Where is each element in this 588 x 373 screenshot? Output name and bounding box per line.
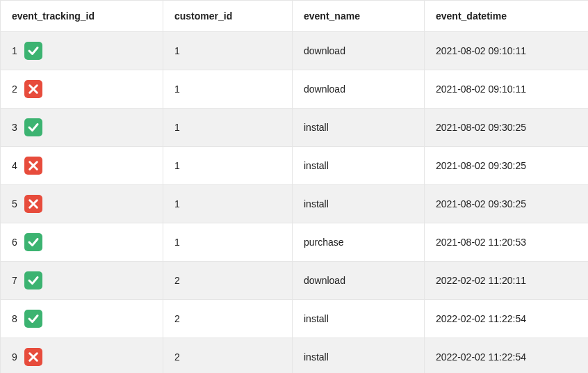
cell-event-name: download (293, 32, 425, 70)
cell-event-datetime: 2021-08-02 11:20:53 (425, 223, 589, 262)
cell-event-datetime: 2022-02-02 11:22:54 (425, 300, 589, 338)
event-tracking-id-value: 5 (12, 198, 17, 209)
cell-event-name: install (293, 300, 425, 338)
cell-customer-id: 2 (163, 338, 293, 374)
check-icon (24, 42, 42, 60)
cell-event-name: purchase (293, 223, 425, 262)
table-row: 72download2022-02-02 11:20:11 (1, 262, 589, 300)
event-tracking-id-value: 6 (12, 237, 17, 248)
table-row: 51install2021-08-02 09:30:25 (1, 185, 589, 223)
table-header-row: event_tracking_id customer_id event_name… (1, 1, 589, 32)
cell-event-tracking-id: 1 (1, 32, 163, 70)
cell-customer-id: 1 (163, 223, 293, 262)
cell-customer-id: 1 (163, 32, 293, 70)
check-icon (24, 271, 42, 289)
event-tracking-id-value: 1 (12, 45, 17, 56)
events-table: event_tracking_id customer_id event_name… (0, 0, 588, 373)
table-row: 31install2021-08-02 09:30:25 (1, 109, 589, 147)
cell-event-datetime: 2021-08-02 09:30:25 (425, 109, 589, 147)
cell-event-tracking-id: 6 (1, 223, 163, 262)
cell-event-tracking-id: 2 (1, 70, 163, 109)
cell-event-tracking-id: 3 (1, 109, 163, 147)
cell-customer-id: 2 (163, 262, 293, 300)
cell-event-tracking-id: 4 (1, 147, 163, 185)
table-row: 41install2021-08-02 09:30:25 (1, 147, 589, 185)
check-icon (24, 233, 42, 251)
cell-event-name: install (293, 185, 425, 223)
col-header-customer-id: customer_id (163, 1, 293, 32)
cell-customer-id: 1 (163, 70, 293, 109)
cell-event-datetime: 2022-02-02 11:20:11 (425, 262, 589, 300)
event-tracking-id-value: 8 (12, 313, 17, 324)
cell-event-datetime: 2021-08-02 09:30:25 (425, 185, 589, 223)
event-tracking-id-value: 4 (12, 160, 17, 171)
col-header-event-name: event_name (293, 1, 425, 32)
cell-event-name: download (293, 70, 425, 109)
cell-event-tracking-id: 5 (1, 185, 163, 223)
event-tracking-id-value: 9 (12, 351, 17, 363)
cross-icon (24, 80, 42, 98)
event-tracking-id-value: 3 (12, 122, 17, 133)
cell-customer-id: 1 (163, 109, 293, 147)
cell-event-name: install (293, 109, 425, 147)
check-icon (24, 310, 42, 328)
table-row: 21download2021-08-02 09:10:11 (1, 70, 589, 109)
cross-icon (24, 195, 42, 213)
table-row: 61purchase2021-08-02 11:20:53 (1, 223, 589, 262)
cell-customer-id: 1 (163, 185, 293, 223)
table-row: 82install2022-02-02 11:22:54 (1, 300, 589, 338)
cell-event-datetime: 2021-08-02 09:10:11 (425, 70, 589, 109)
col-header-event-tracking-id: event_tracking_id (1, 1, 163, 32)
cell-event-name: install (293, 338, 425, 374)
cell-event-name: download (293, 262, 425, 300)
table-row: 92install2022-02-02 11:22:54 (1, 338, 589, 374)
cell-event-tracking-id: 8 (1, 300, 163, 338)
cell-customer-id: 1 (163, 147, 293, 185)
table-row: 11download2021-08-02 09:10:11 (1, 32, 589, 70)
col-header-event-datetime: event_datetime (425, 1, 589, 32)
cell-event-datetime: 2021-08-02 09:10:11 (425, 32, 589, 70)
check-icon (24, 118, 42, 136)
event-tracking-id-value: 2 (12, 84, 17, 95)
cell-event-tracking-id: 9 (1, 338, 163, 374)
cell-event-datetime: 2021-08-02 09:30:25 (425, 147, 589, 185)
cross-icon (24, 348, 42, 366)
cell-event-tracking-id: 7 (1, 262, 163, 300)
cell-event-name: install (293, 147, 425, 185)
cell-event-datetime: 2022-02-02 11:22:54 (425, 338, 589, 374)
event-tracking-id-value: 7 (12, 275, 17, 286)
cell-customer-id: 2 (163, 300, 293, 338)
cross-icon (24, 157, 42, 175)
